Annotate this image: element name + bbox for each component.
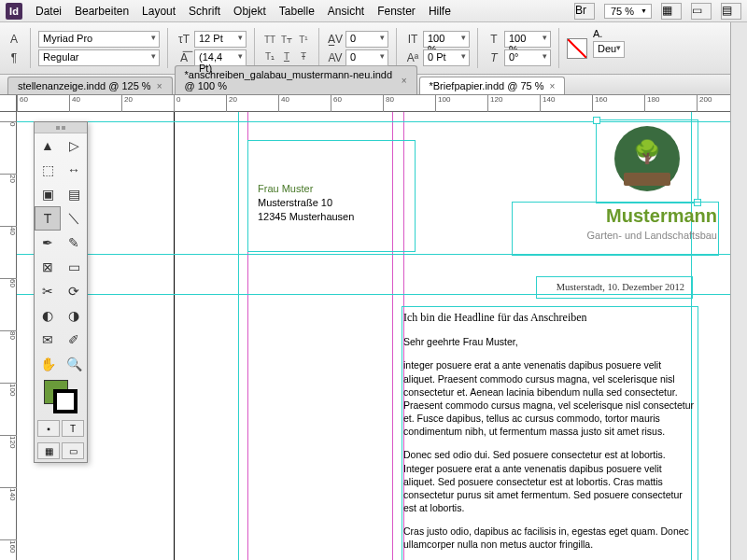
gradient-feather-tool[interactable]: ◑: [61, 303, 87, 328]
address-frame[interactable]: Frau Muster Musterstraße 10 12345 Muster…: [247, 140, 416, 252]
zoom-dropdown[interactable]: 75 %: [604, 4, 652, 19]
subscript-button[interactable]: T₁: [262, 49, 277, 64]
ruler-tick: 180: [644, 95, 659, 112]
menu-view[interactable]: Ansicht: [328, 5, 364, 18]
smallcaps-button[interactable]: Tᴛ: [279, 33, 294, 48]
tracking-icon: AV: [327, 49, 344, 66]
superscript-button[interactable]: T¹: [296, 33, 311, 48]
ruler-tick: 60: [331, 95, 342, 112]
preview-button[interactable]: ▭: [62, 442, 84, 459]
normal-view-button[interactable]: ▦: [37, 442, 60, 459]
fill-swatch[interactable]: [567, 38, 587, 59]
leading-input[interactable]: (14,4 Pt): [194, 49, 247, 66]
ruler-origin[interactable]: [0, 95, 17, 112]
right-panel-dock[interactable]: [730, 22, 747, 560]
rectangle-frame-tool[interactable]: ⊠: [35, 255, 61, 279]
selection-tool[interactable]: ▲: [35, 133, 61, 158]
gap-tool[interactable]: ↔: [61, 158, 87, 182]
menu-table[interactable]: Tabelle: [279, 5, 315, 18]
para-mode-icon[interactable]: ¶: [6, 49, 22, 66]
menu-type[interactable]: Schrift: [189, 5, 220, 18]
tools-panel[interactable]: ▲ ▷ ⬚ ↔ ▣ ▤ T ＼ ✒ ✎ ⊠ ▭ ✂ ⟳ ◐ ◑ ✉ ✐ ✋ 🔍 …: [34, 121, 88, 463]
close-icon[interactable]: ×: [402, 76, 407, 86]
bridge-icon[interactable]: Br: [574, 3, 595, 20]
app-icon: Id: [6, 3, 22, 20]
ruler-tick: 40: [278, 95, 289, 112]
logo-frame-selected[interactable]: 🌳: [596, 119, 698, 203]
vscale-input[interactable]: 100 %: [423, 31, 470, 48]
date-frame[interactable]: Musterstadt, 10. Dezember 2012: [536, 276, 693, 299]
char-style-label: A.: [593, 28, 625, 39]
fill-stroke-swatches[interactable]: [35, 376, 87, 417]
ruler-tick: 120: [0, 435, 17, 448]
ruler-tick: 0: [174, 95, 180, 112]
content-collector-tool[interactable]: ▣: [35, 182, 61, 206]
eyedropper-tool[interactable]: ✐: [61, 328, 87, 352]
close-icon[interactable]: ×: [157, 81, 162, 91]
tab-label: *Briefpapier.indd @ 75 %: [430, 80, 544, 91]
ruler-tick: 160: [0, 539, 17, 553]
font-size-input[interactable]: 12 Pt: [194, 31, 247, 48]
tab-label: stellenanzeige.indd @ 125 %: [18, 80, 151, 91]
doc-tab[interactable]: stellenanzeige.indd @ 125 %×: [7, 77, 173, 94]
skew-icon: T: [486, 49, 502, 66]
view-options-icon[interactable]: ▦: [661, 3, 682, 20]
baseline-input[interactable]: 0 Pt: [423, 49, 470, 66]
scissors-tool[interactable]: ✂: [35, 279, 61, 303]
apply-color-button[interactable]: ▪: [37, 420, 60, 437]
strike-button[interactable]: Ŧ: [296, 49, 311, 64]
stroke-color[interactable]: [53, 389, 78, 413]
type-tool[interactable]: T: [35, 206, 61, 231]
menu-window[interactable]: Fenster: [377, 5, 416, 18]
note-tool[interactable]: ✉: [35, 328, 61, 352]
page-tool[interactable]: ⬚: [35, 158, 61, 182]
recipient-street: Musterstraße 10: [258, 196, 405, 210]
skew-input[interactable]: 0°: [504, 49, 551, 66]
direct-selection-tool[interactable]: ▷: [61, 133, 87, 158]
screen-mode-icon[interactable]: ▭: [691, 3, 712, 20]
allcaps-button[interactable]: TT: [262, 33, 277, 48]
pen-tool[interactable]: ✒: [35, 231, 61, 255]
rectangle-tool[interactable]: ▭: [61, 255, 87, 279]
tree-icon: 🌳: [633, 139, 661, 165]
font-family-dropdown[interactable]: Myriad Pro: [38, 31, 160, 48]
doc-tab[interactable]: *Briefpapier.indd @ 75 %×: [419, 77, 566, 94]
hand-tool[interactable]: ✋: [35, 352, 61, 376]
tab-label: *anschreiben_galabau_mustermann-neu.indd…: [185, 69, 396, 91]
char-mode-icon[interactable]: A: [6, 31, 22, 48]
workspace: 60 40 20 0 20 40 60 80 100 120 140 160 1…: [0, 95, 747, 560]
ruler-tick: 20: [226, 95, 237, 112]
language-dropdown[interactable]: Deu: [593, 41, 625, 58]
panel-grip[interactable]: [35, 122, 87, 133]
menu-bar: Id Datei Bearbeiten Layout Schrift Objek…: [0, 0, 747, 22]
arrange-icon[interactable]: ▤: [721, 3, 741, 20]
ruler-tick: 60: [17, 95, 28, 112]
apply-gradient-button[interactable]: T: [62, 420, 84, 437]
gradient-swatch-tool[interactable]: ◐: [35, 303, 61, 328]
menu-layout[interactable]: Layout: [142, 5, 176, 18]
menu-object[interactable]: Objekt: [233, 5, 266, 18]
kerning-icon: A̲V: [327, 31, 344, 48]
menu-edit[interactable]: Bearbeiten: [75, 5, 129, 18]
ruler-vertical[interactable]: 0 20 40 60 80 100 120 140 160: [0, 112, 17, 560]
font-style-dropdown[interactable]: Regular: [38, 49, 160, 66]
ruler-tick: 120: [487, 95, 502, 112]
company-frame-outline: [512, 202, 719, 256]
menu-file[interactable]: Datei: [35, 5, 62, 18]
line-tool[interactable]: ＼: [61, 206, 87, 231]
kerning-input[interactable]: 0: [345, 31, 388, 48]
tracking-input[interactable]: 0: [345, 49, 388, 66]
recipient-city: 12345 Musterhausen: [258, 210, 405, 224]
margin-guide: [238, 112, 239, 560]
underline-button[interactable]: T: [279, 49, 294, 64]
ruler-horizontal[interactable]: 60 40 20 0 20 40 60 80 100 120 140 160 1…: [17, 95, 747, 112]
hscale-input[interactable]: 100 %: [504, 31, 551, 48]
content-placer-tool[interactable]: ▤: [61, 182, 87, 206]
page-canvas[interactable]: Frau Muster Musterstraße 10 12345 Muster…: [17, 112, 747, 560]
zoom-tool[interactable]: 🔍: [61, 352, 87, 376]
hscale-icon: T: [486, 31, 502, 48]
menu-help[interactable]: Hilfe: [429, 5, 451, 18]
pencil-tool[interactable]: ✎: [61, 231, 87, 255]
free-transform-tool[interactable]: ⟳: [61, 279, 87, 303]
close-icon[interactable]: ×: [550, 81, 556, 91]
